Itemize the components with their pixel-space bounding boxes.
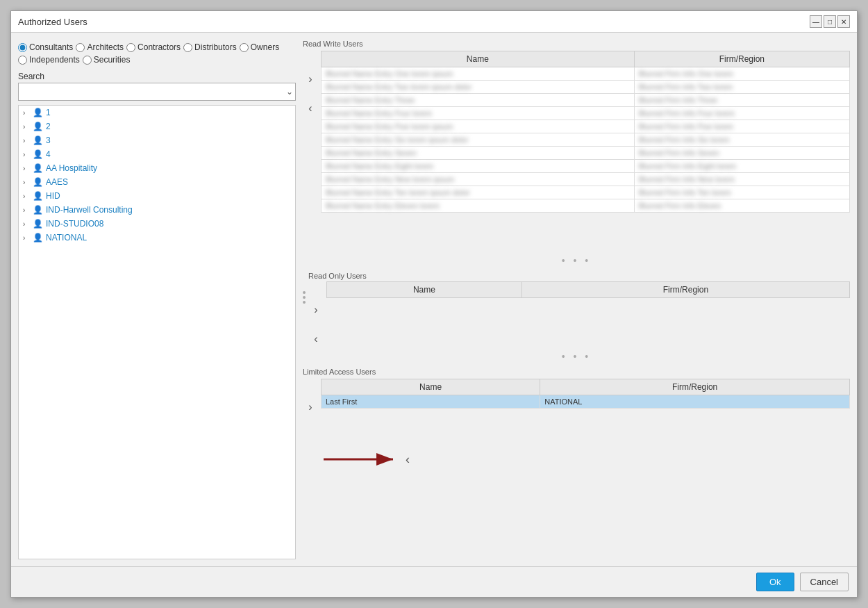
read-only-label: Read Only Users xyxy=(308,272,850,280)
read-only-dots-divider: • • • xyxy=(303,350,850,363)
table-row[interactable]: Blurred Name Entry Eight loremBlurred Fi… xyxy=(322,160,850,173)
chevron-icon: › xyxy=(23,137,30,145)
remove-limited-row: ‹ xyxy=(303,445,850,473)
radio-owners[interactable]: Owners xyxy=(240,42,279,52)
radio-securities[interactable]: Securities xyxy=(83,55,131,65)
tree-list: › 👤 1 › 👤 2 › 👤 3 › 👤 4 xyxy=(18,105,296,559)
tree-item-aa-hospitality[interactable]: › 👤 AA Hospitality xyxy=(19,161,295,175)
user-icon: 👤 xyxy=(33,191,43,201)
table-row[interactable]: Blurred Name Entry Four loremBlurred Fir… xyxy=(322,107,850,120)
search-section: Search ⌄ xyxy=(18,72,296,101)
table-row[interactable]: Blurred Name Entry One lorem ipsumBlurre… xyxy=(322,67,850,81)
ok-button[interactable]: Ok xyxy=(756,573,794,591)
tree-item-hid[interactable]: › 👤 HID xyxy=(19,189,295,203)
limited-access-table: Name Firm/Region Last First NATIONAL xyxy=(321,379,850,409)
tree-item-ind-studio08[interactable]: › 👤 IND-STUDIO08 xyxy=(19,217,295,231)
read-write-table-area: › ‹ Name Firm/Region B xyxy=(303,51,850,252)
tree-item-aaes[interactable]: › 👤 AAES xyxy=(19,175,295,189)
minimize-button[interactable]: — xyxy=(810,15,822,28)
chevron-icon: › xyxy=(23,234,30,242)
remove-from-limited-button[interactable]: ‹ xyxy=(400,452,415,467)
read-only-section: Read Only Users › ‹ Name xyxy=(303,272,850,363)
la-firm-cell: NATIONAL xyxy=(540,395,850,409)
user-icon: 👤 xyxy=(33,149,43,159)
table-row[interactable]: Blurred Name Entry Five lorem ipsumBlurr… xyxy=(322,120,850,133)
right-panel: Read Write Users › ‹ Name Firm/Region xyxy=(303,40,850,559)
radio-contractors[interactable]: Contractors xyxy=(126,42,181,52)
chevron-icon: › xyxy=(23,165,30,172)
add-to-read-write-button[interactable]: › xyxy=(303,72,318,87)
read-write-label: Read Write Users xyxy=(303,40,850,48)
remove-from-read-write-button[interactable]: ‹ xyxy=(303,101,318,116)
restore-button[interactable]: □ xyxy=(824,15,836,28)
dot xyxy=(303,296,306,299)
radio-distributors[interactable]: Distributors xyxy=(183,42,237,52)
tree-item-label: AA Hospitality xyxy=(46,163,97,173)
tree-item-label: HID xyxy=(46,191,60,201)
add-to-read-only-button[interactable]: › xyxy=(308,302,324,318)
close-button[interactable]: ✕ xyxy=(837,15,850,28)
tree-item-label: 3 xyxy=(46,135,51,145)
tree-item-1[interactable]: › 👤 1 xyxy=(19,106,295,120)
radio-independents[interactable]: Independents xyxy=(18,55,80,65)
read-only-arrows: › ‹ xyxy=(308,281,324,347)
chevron-icon: › xyxy=(23,192,30,200)
table-row[interactable]: Blurred Name Entry Eleven loremBlurred F… xyxy=(322,199,850,213)
remove-from-read-only-button[interactable]: ‹ xyxy=(308,331,324,347)
la-col-name: Name xyxy=(322,379,540,395)
la-col-firm: Firm/Region xyxy=(540,379,850,395)
la-name-cell: Last First xyxy=(322,395,540,409)
table-row[interactable]: Blurred Name Entry SevenBlurred Firm Inf… xyxy=(322,147,850,160)
tree-item-label: AAES xyxy=(46,177,68,187)
limited-access-table-area: › Name Firm/Region xyxy=(303,379,850,434)
table-row[interactable]: Last First NATIONAL xyxy=(322,395,850,409)
table-row[interactable]: Blurred Name Entry Two lorem ipsum dolor… xyxy=(322,81,850,94)
limited-access-arrows: › xyxy=(303,379,318,415)
tree-item-label: IND-STUDIO08 xyxy=(46,219,103,229)
tree-item-4[interactable]: › 👤 4 xyxy=(19,147,295,161)
chevron-icon: › xyxy=(23,220,30,228)
cancel-button[interactable]: Cancel xyxy=(800,573,849,591)
dialog-footer: Ok Cancel xyxy=(11,566,857,597)
user-icon: 👤 xyxy=(33,219,43,229)
user-type-radio-group: Consultants Architects Contractors Distr… xyxy=(18,40,296,67)
table-row[interactable]: Blurred Name Entry Nine lorem ipsumBlurr… xyxy=(322,173,850,186)
radio-architects[interactable]: Architects xyxy=(76,42,124,52)
user-icon: 👤 xyxy=(33,135,43,145)
tree-item-ind-harwell[interactable]: › 👤 IND-Harwell Consulting xyxy=(19,203,295,217)
dialog-title: Authorized Users xyxy=(18,17,87,27)
add-to-limited-button[interactable]: › xyxy=(303,400,318,415)
user-icon: 👤 xyxy=(33,122,43,131)
read-only-header-row: Read Only Users › ‹ Name xyxy=(303,272,850,347)
rw-col-name: Name xyxy=(322,51,635,67)
table-row[interactable]: Blurred Name Entry Six lorem ipsum dolor… xyxy=(322,133,850,147)
tree-item-national[interactable]: › 👤 NATIONAL xyxy=(19,231,295,245)
search-input[interactable] xyxy=(18,83,296,101)
annotation-arrow xyxy=(317,445,407,473)
ro-col-name: Name xyxy=(327,282,522,298)
tree-item-2[interactable]: › 👤 2 xyxy=(19,120,295,133)
tree-item-label: IND-Harwell Consulting xyxy=(46,205,133,215)
read-only-table-area: › ‹ Name Firm/Region xyxy=(308,281,850,347)
tree-item-label: NATIONAL xyxy=(46,233,87,243)
table-row[interactable]: Blurred Name Entry Ten lorem ipsum dolor… xyxy=(322,186,850,199)
limited-access-section: Limited Access Users › Name Firm/Region xyxy=(303,368,850,434)
dialog-content: Consultants Architects Contractors Distr… xyxy=(11,33,857,566)
left-panel: Consultants Architects Contractors Distr… xyxy=(18,40,296,559)
read-only-table: Name Firm/Region xyxy=(326,281,850,298)
read-only-side-dots xyxy=(303,272,306,304)
search-container: ⌄ xyxy=(18,83,296,101)
chevron-icon: › xyxy=(23,109,30,117)
chevron-icon: › xyxy=(23,179,30,186)
radio-consultants[interactable]: Consultants xyxy=(18,42,73,52)
read-write-arrows: › ‹ xyxy=(303,51,318,116)
tree-item-3[interactable]: › 👤 3 xyxy=(19,133,295,147)
table-row[interactable]: Blurred Name Entry ThreeBlurred Firm Inf… xyxy=(322,94,850,107)
read-write-section: Read Write Users › ‹ Name Firm/Region xyxy=(303,40,850,268)
tree-item-label: 1 xyxy=(46,108,51,117)
search-label: Search xyxy=(18,72,296,81)
ro-col-firm: Firm/Region xyxy=(521,282,849,298)
user-icon: 👤 xyxy=(33,233,43,243)
user-icon: 👤 xyxy=(33,177,43,187)
dot xyxy=(303,291,306,294)
